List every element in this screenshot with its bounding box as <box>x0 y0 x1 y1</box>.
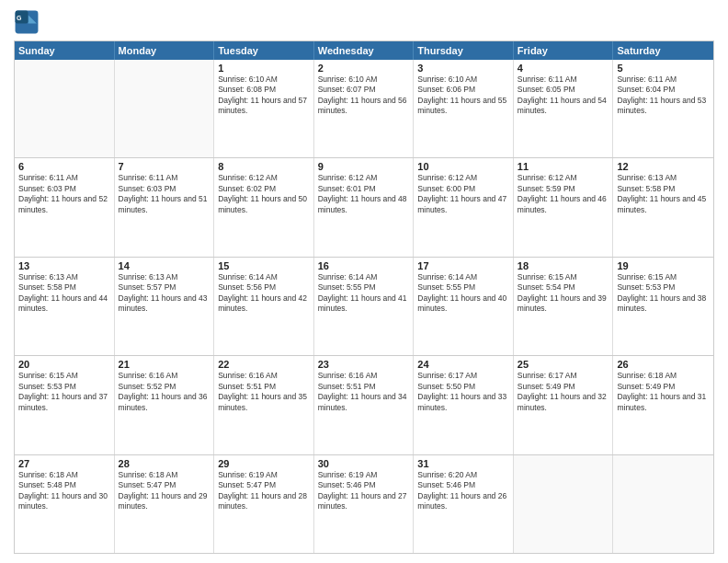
weekday-header-friday: Friday <box>514 41 614 60</box>
cell-detail: Sunrise: 6:14 AM Sunset: 5:56 PM Dayligh… <box>218 272 310 315</box>
day-number: 24 <box>417 359 509 370</box>
weekday-header-thursday: Thursday <box>414 41 514 60</box>
calendar-cell-11: 11Sunrise: 6:12 AM Sunset: 5:59 PM Dayli… <box>514 158 614 256</box>
calendar-cell-29: 29Sunrise: 6:19 AM Sunset: 5:47 PM Dayli… <box>214 455 314 553</box>
svg-text:G: G <box>17 15 22 21</box>
calendar-cell-2: 2Sunrise: 6:10 AM Sunset: 6:07 PM Daylig… <box>314 60 415 157</box>
cell-detail: Sunrise: 6:13 AM Sunset: 5:58 PM Dayligh… <box>617 173 710 215</box>
cell-detail: Sunrise: 6:14 AM Sunset: 5:55 PM Dayligh… <box>318 272 410 315</box>
cell-detail: Sunrise: 6:13 AM Sunset: 5:57 PM Dayligh… <box>119 272 210 315</box>
calendar-cell-21: 21Sunrise: 6:16 AM Sunset: 5:52 PM Dayli… <box>115 356 215 454</box>
logo: G <box>14 9 43 35</box>
day-number: 11 <box>518 161 609 172</box>
day-number: 20 <box>18 359 110 370</box>
calendar-cell-19: 19Sunrise: 6:15 AM Sunset: 5:53 PM Dayli… <box>613 258 713 355</box>
day-number: 6 <box>18 161 110 172</box>
calendar-cell-4: 4Sunrise: 6:11 AM Sunset: 6:05 PM Daylig… <box>514 60 614 157</box>
day-number: 22 <box>218 359 310 370</box>
cell-detail: Sunrise: 6:18 AM Sunset: 5:47 PM Dayligh… <box>119 470 210 512</box>
day-number: 25 <box>518 359 609 370</box>
day-number: 2 <box>318 63 410 74</box>
cell-detail: Sunrise: 6:11 AM Sunset: 6:05 PM Dayligh… <box>518 75 609 117</box>
cell-detail: Sunrise: 6:19 AM Sunset: 5:47 PM Dayligh… <box>218 470 310 512</box>
weekday-header-sunday: Sunday <box>15 41 115 60</box>
cell-detail: Sunrise: 6:15 AM Sunset: 5:53 PM Dayligh… <box>18 371 110 413</box>
calendar-cell-31: 31Sunrise: 6:20 AM Sunset: 5:46 PM Dayli… <box>414 455 514 553</box>
day-number: 5 <box>617 63 710 74</box>
cell-detail: Sunrise: 6:18 AM Sunset: 5:49 PM Dayligh… <box>617 371 710 413</box>
calendar-row-3: 20Sunrise: 6:15 AM Sunset: 5:53 PM Dayli… <box>15 355 713 454</box>
day-number: 19 <box>617 260 710 271</box>
calendar-cell-empty-0-1 <box>115 60 215 157</box>
calendar-cell-25: 25Sunrise: 6:17 AM Sunset: 5:49 PM Dayli… <box>514 356 614 454</box>
calendar: SundayMondayTuesdayWednesdayThursdayFrid… <box>14 40 714 554</box>
weekday-header-tuesday: Tuesday <box>214 41 314 60</box>
day-number: 17 <box>417 260 509 271</box>
calendar-body: 1Sunrise: 6:10 AM Sunset: 6:08 PM Daylig… <box>15 60 713 553</box>
cell-detail: Sunrise: 6:12 AM Sunset: 5:59 PM Dayligh… <box>518 173 609 215</box>
cell-detail: Sunrise: 6:17 AM Sunset: 5:49 PM Dayligh… <box>518 371 609 413</box>
calendar-cell-17: 17Sunrise: 6:14 AM Sunset: 5:55 PM Dayli… <box>414 258 514 355</box>
cell-detail: Sunrise: 6:10 AM Sunset: 6:08 PM Dayligh… <box>218 75 310 117</box>
cell-detail: Sunrise: 6:13 AM Sunset: 5:58 PM Dayligh… <box>18 272 110 315</box>
calendar-cell-empty-0-0 <box>15 60 115 157</box>
day-number: 18 <box>518 260 609 271</box>
cell-detail: Sunrise: 6:11 AM Sunset: 6:03 PM Dayligh… <box>119 173 210 215</box>
calendar-cell-30: 30Sunrise: 6:19 AM Sunset: 5:46 PM Dayli… <box>314 455 415 553</box>
day-number: 13 <box>18 260 110 271</box>
page: G SundayMondayTuesdayWednesdayThursdayFr… <box>0 0 728 563</box>
calendar-cell-5: 5Sunrise: 6:11 AM Sunset: 6:04 PM Daylig… <box>613 60 713 157</box>
day-number: 27 <box>18 458 110 469</box>
calendar-row-4: 27Sunrise: 6:18 AM Sunset: 5:48 PM Dayli… <box>15 454 713 553</box>
day-number: 12 <box>617 161 710 172</box>
weekday-header-monday: Monday <box>115 41 215 60</box>
day-number: 26 <box>617 359 710 370</box>
cell-detail: Sunrise: 6:12 AM Sunset: 6:02 PM Dayligh… <box>218 173 310 215</box>
day-number: 21 <box>119 359 210 370</box>
calendar-header: SundayMondayTuesdayWednesdayThursdayFrid… <box>15 41 713 60</box>
calendar-row-2: 13Sunrise: 6:13 AM Sunset: 5:58 PM Dayli… <box>15 257 713 355</box>
day-number: 10 <box>417 161 509 172</box>
calendar-cell-8: 8Sunrise: 6:12 AM Sunset: 6:02 PM Daylig… <box>214 158 314 256</box>
calendar-cell-22: 22Sunrise: 6:16 AM Sunset: 5:51 PM Dayli… <box>214 356 314 454</box>
day-number: 8 <box>218 161 310 172</box>
calendar-cell-1: 1Sunrise: 6:10 AM Sunset: 6:08 PM Daylig… <box>214 60 314 157</box>
day-number: 3 <box>417 63 509 74</box>
cell-detail: Sunrise: 6:10 AM Sunset: 6:06 PM Dayligh… <box>417 75 509 117</box>
day-number: 23 <box>318 359 410 370</box>
cell-detail: Sunrise: 6:15 AM Sunset: 5:54 PM Dayligh… <box>518 272 609 315</box>
cell-detail: Sunrise: 6:12 AM Sunset: 6:00 PM Dayligh… <box>417 173 509 215</box>
header: G <box>14 9 714 35</box>
calendar-cell-3: 3Sunrise: 6:10 AM Sunset: 6:06 PM Daylig… <box>414 60 514 157</box>
day-number: 4 <box>518 63 609 74</box>
calendar-cell-24: 24Sunrise: 6:17 AM Sunset: 5:50 PM Dayli… <box>414 356 514 454</box>
calendar-cell-23: 23Sunrise: 6:16 AM Sunset: 5:51 PM Dayli… <box>314 356 415 454</box>
calendar-cell-26: 26Sunrise: 6:18 AM Sunset: 5:49 PM Dayli… <box>613 356 713 454</box>
cell-detail: Sunrise: 6:11 AM Sunset: 6:04 PM Dayligh… <box>617 75 710 117</box>
day-number: 7 <box>119 161 210 172</box>
cell-detail: Sunrise: 6:16 AM Sunset: 5:52 PM Dayligh… <box>119 371 210 413</box>
cell-detail: Sunrise: 6:12 AM Sunset: 6:01 PM Dayligh… <box>318 173 410 215</box>
calendar-row-1: 6Sunrise: 6:11 AM Sunset: 6:03 PM Daylig… <box>15 157 713 256</box>
day-number: 15 <box>218 260 310 271</box>
calendar-cell-28: 28Sunrise: 6:18 AM Sunset: 5:47 PM Dayli… <box>115 455 215 553</box>
calendar-row-0: 1Sunrise: 6:10 AM Sunset: 6:08 PM Daylig… <box>15 60 713 157</box>
calendar-cell-empty-4-5 <box>514 455 614 553</box>
cell-detail: Sunrise: 6:18 AM Sunset: 5:48 PM Dayligh… <box>18 470 110 512</box>
calendar-cell-18: 18Sunrise: 6:15 AM Sunset: 5:54 PM Dayli… <box>514 258 614 355</box>
day-number: 29 <box>218 458 310 469</box>
day-number: 1 <box>218 63 310 74</box>
cell-detail: Sunrise: 6:14 AM Sunset: 5:55 PM Dayligh… <box>417 272 509 315</box>
cell-detail: Sunrise: 6:17 AM Sunset: 5:50 PM Dayligh… <box>417 371 509 413</box>
calendar-cell-16: 16Sunrise: 6:14 AM Sunset: 5:55 PM Dayli… <box>314 258 415 355</box>
cell-detail: Sunrise: 6:20 AM Sunset: 5:46 PM Dayligh… <box>417 470 509 512</box>
day-number: 30 <box>318 458 410 469</box>
calendar-cell-12: 12Sunrise: 6:13 AM Sunset: 5:58 PM Dayli… <box>613 158 713 256</box>
weekday-header-saturday: Saturday <box>613 41 713 60</box>
weekday-header-wednesday: Wednesday <box>314 41 415 60</box>
calendar-cell-13: 13Sunrise: 6:13 AM Sunset: 5:58 PM Dayli… <box>15 258 115 355</box>
calendar-cell-7: 7Sunrise: 6:11 AM Sunset: 6:03 PM Daylig… <box>115 158 215 256</box>
cell-detail: Sunrise: 6:11 AM Sunset: 6:03 PM Dayligh… <box>18 173 110 215</box>
calendar-cell-9: 9Sunrise: 6:12 AM Sunset: 6:01 PM Daylig… <box>314 158 415 256</box>
calendar-cell-6: 6Sunrise: 6:11 AM Sunset: 6:03 PM Daylig… <box>15 158 115 256</box>
